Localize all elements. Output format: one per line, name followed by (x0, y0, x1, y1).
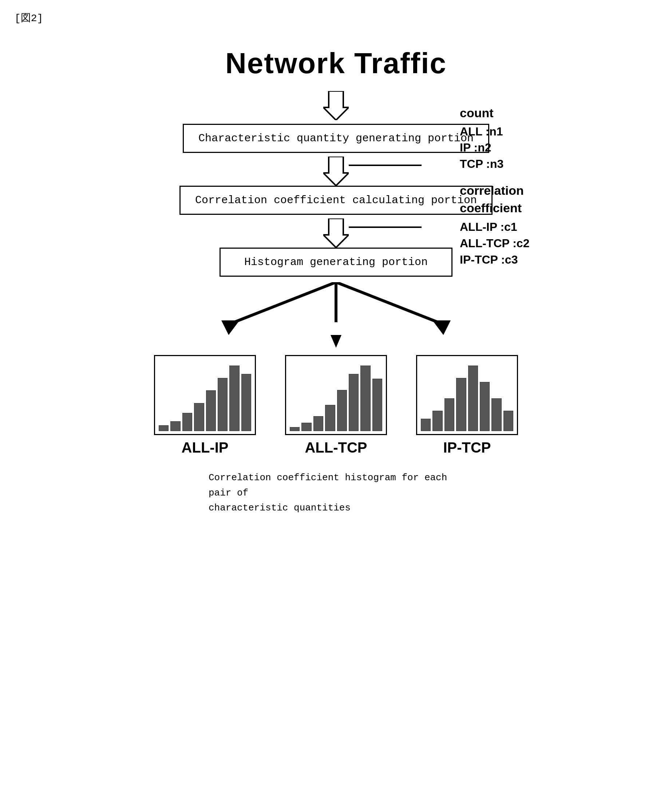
arrow-char-to-corr (323, 157, 349, 186)
caption: Correlation coefficient histogram for ea… (209, 471, 463, 516)
fan-arrows (161, 282, 511, 348)
histogram-ip-tcp-label: IP-TCP (443, 440, 491, 456)
svg-marker-6 (331, 335, 341, 348)
svg-marker-8 (432, 320, 451, 335)
svg-line-3 (234, 282, 336, 322)
arrow-corr-to-hist (323, 218, 349, 248)
arrow-title-to-char (323, 91, 349, 120)
svg-marker-4 (221, 320, 240, 335)
histogram-all-tcp-label: ALL-TCP (305, 440, 367, 456)
svg-line-7 (336, 282, 438, 322)
svg-marker-1 (323, 157, 349, 186)
page-title: Network Traffic (226, 46, 446, 80)
count-label: count ALL :n1 IP :n2 TCP :n3 (460, 104, 504, 172)
histogram-box: Histogram generating portion (219, 248, 453, 277)
fig-label: [図2] (14, 11, 658, 25)
histogram-all-tcp (285, 355, 387, 435)
histogram-all-ip-label: ALL-IP (182, 440, 229, 456)
histogram-all-ip (154, 355, 256, 435)
svg-marker-0 (323, 91, 349, 120)
histogram-ip-tcp (416, 355, 518, 435)
correlation-box: Correlation coefficient calculating port… (179, 186, 493, 215)
characteristic-box: Characteristic quantity generating porti… (183, 124, 489, 153)
svg-marker-2 (323, 218, 349, 248)
